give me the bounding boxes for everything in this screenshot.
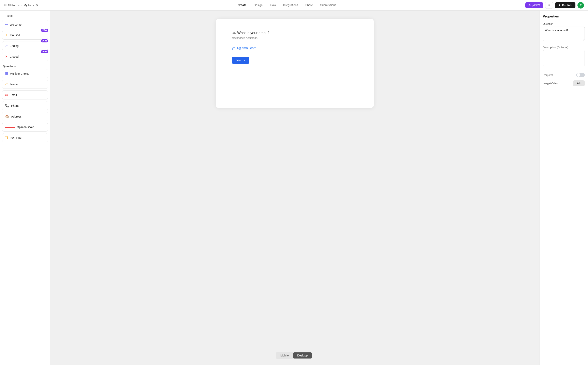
opinion-scale-icon: ▬▬▬ xyxy=(5,125,15,129)
properties-panel: Properties Question What is your email? … xyxy=(539,11,588,365)
avatar[interactable]: R xyxy=(577,2,584,8)
question-number: 3▶ xyxy=(232,31,236,35)
phone-icon: 📞 xyxy=(5,104,9,108)
buy-pro-button[interactable]: BuyPRO xyxy=(525,2,543,8)
question-textarea[interactable]: What is your email? xyxy=(543,27,585,41)
avatar-initials: R xyxy=(580,4,582,7)
image-video-row: Image/Video Add xyxy=(543,79,585,88)
tab-design[interactable]: Design xyxy=(250,0,266,10)
main-nav: Create Design Flow Integrations Share Su… xyxy=(49,0,525,10)
header-right: BuyPRO 👁 ✦ Publish R xyxy=(525,2,584,9)
sidebar-item-welcome[interactable]: ↪ Welcome xyxy=(2,20,48,29)
question-label-text: Question xyxy=(543,22,585,25)
header-left: ☷ All Forms › My form ⚙ xyxy=(4,4,49,7)
sidebar-item-name[interactable]: 🏷 Name xyxy=(2,80,48,89)
sidebar-item-opinion-scale[interactable]: ▬▬▬ Opinion scale xyxy=(2,123,48,132)
questions-section-label: Questions xyxy=(2,63,48,69)
tab-submissions[interactable]: Submissions xyxy=(317,0,340,10)
text-input-icon: Tt xyxy=(5,136,8,140)
preview-button[interactable]: 👁 xyxy=(545,2,553,9)
address-icon: 🏠 xyxy=(5,114,9,118)
header: ☷ All Forms › My form ⚙ Create Design Fl… xyxy=(0,0,588,11)
all-forms-link[interactable]: ☷ All Forms xyxy=(4,4,20,7)
description-label-text: Description (Optional) xyxy=(543,46,585,49)
sidebar-item-label: Phone xyxy=(11,104,19,107)
next-arrow-icon: › xyxy=(244,59,245,62)
pro-badge: PRO xyxy=(41,39,48,42)
canvas-area: 3▶ What is your email? Description (Opti… xyxy=(50,11,539,365)
sidebar-item-label: Ending xyxy=(10,44,19,48)
publish-icon: ✦ xyxy=(558,4,561,7)
back-label: Back xyxy=(7,14,13,17)
tab-integrations[interactable]: Integrations xyxy=(280,0,302,10)
name-icon: 🏷 xyxy=(5,82,8,86)
sidebar-item-multiple-choice[interactable]: ☰ Multiple Choice xyxy=(2,69,48,78)
forms-icon: ☷ xyxy=(4,4,7,7)
breadcrumb-separator: › xyxy=(21,4,22,7)
sidebar-item-label: Multiple Choice xyxy=(10,72,29,75)
settings-icon[interactable]: ⚙ xyxy=(35,4,38,7)
panel-title: Properties xyxy=(543,15,585,18)
sidebar-item-text-input[interactable]: Tt Text Input xyxy=(2,133,48,142)
sidebar: ← Back ↪ Welcome PRO ⏸ Paused PRO ↗ Endi… xyxy=(0,11,50,365)
sidebar-item-paused[interactable]: PRO ⏸ Paused xyxy=(2,31,48,40)
pro-badge: PRO xyxy=(41,50,48,53)
required-label: Required xyxy=(543,73,554,77)
sidebar-item-closed[interactable]: PRO ✖ Closed xyxy=(2,52,48,61)
back-button[interactable]: ← Back xyxy=(2,13,48,20)
sidebar-item-label: Welcome xyxy=(10,23,21,26)
back-arrow-icon: ← xyxy=(3,14,6,17)
all-forms-label: All Forms xyxy=(7,4,20,7)
description-section: Description (Optional) xyxy=(543,46,585,67)
pro-badge: PRO xyxy=(41,29,48,32)
next-button[interactable]: Next › xyxy=(232,57,249,64)
sidebar-item-address[interactable]: 🏠 Address xyxy=(2,112,48,121)
publish-label: Publish xyxy=(562,4,572,7)
image-video-label: Image/Video xyxy=(543,82,558,85)
multiple-choice-icon: ☰ xyxy=(5,72,8,76)
paused-icon: ⏸ xyxy=(5,33,8,37)
question-text: What is your email? xyxy=(237,31,269,35)
publish-button[interactable]: ✦ Publish xyxy=(555,2,575,8)
desktop-view-button[interactable]: Desktop xyxy=(293,352,312,358)
required-toggle[interactable] xyxy=(576,73,585,77)
question-label: 3▶ What is your email? xyxy=(232,31,358,35)
tab-share[interactable]: Share xyxy=(302,0,317,10)
ending-icon: ↗ xyxy=(5,44,8,48)
sidebar-item-label: Text Input xyxy=(10,136,22,139)
view-toggle: Mobile Desktop xyxy=(276,352,312,359)
tab-create[interactable]: Create xyxy=(234,0,250,10)
add-image-button[interactable]: Add xyxy=(573,80,585,86)
sidebar-item-email[interactable]: ✉ Email xyxy=(2,90,48,99)
sidebar-item-phone[interactable]: 📞 Phone xyxy=(2,101,48,110)
form-preview: 3▶ What is your email? Description (Opti… xyxy=(216,19,374,108)
email-icon: ✉ xyxy=(5,93,8,97)
question-section: Question What is your email? xyxy=(543,22,585,42)
sidebar-item-label: Email xyxy=(10,93,17,97)
tab-flow[interactable]: Flow xyxy=(266,0,280,10)
next-label: Next xyxy=(237,59,243,62)
sidebar-item-ending[interactable]: PRO ↗ Ending xyxy=(2,41,48,50)
main-layout: ← Back ↪ Welcome PRO ⏸ Paused PRO ↗ Endi… xyxy=(0,11,588,365)
required-row: Required xyxy=(543,71,585,79)
sidebar-item-label: Name xyxy=(10,83,18,86)
sidebar-item-label: Paused xyxy=(10,34,20,37)
description-text: Description (Optional). xyxy=(232,36,358,39)
sidebar-item-label: Closed xyxy=(10,55,19,58)
sidebar-item-label: Opinion scale xyxy=(17,126,34,129)
form-name: My form xyxy=(24,4,34,7)
description-textarea[interactable] xyxy=(543,50,585,66)
closed-icon: ✖ xyxy=(5,55,8,58)
mobile-view-button[interactable]: Mobile xyxy=(276,352,293,358)
welcome-icon: ↪ xyxy=(5,22,8,26)
email-input[interactable] xyxy=(232,45,313,51)
sidebar-item-label: Address xyxy=(11,115,21,118)
